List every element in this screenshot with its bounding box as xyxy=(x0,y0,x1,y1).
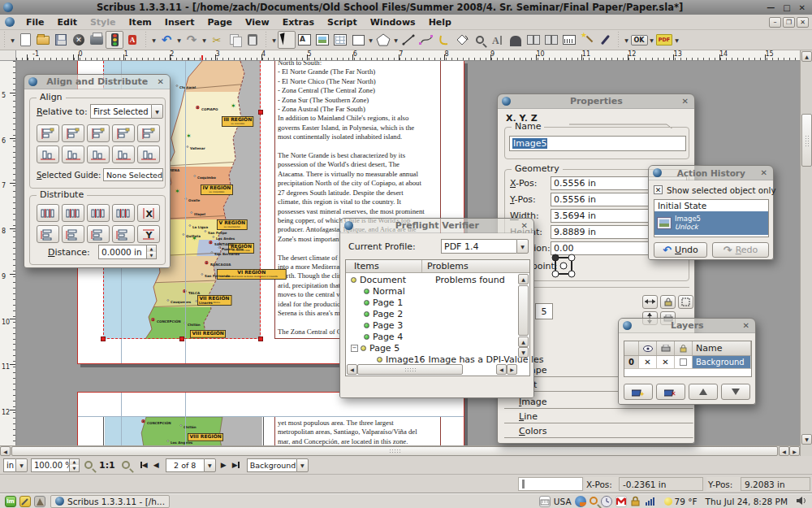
horizontal-scrollbar[interactable]: ◀ ◀ ▶ xyxy=(0,445,800,456)
table-scroll-up2[interactable]: ▲ xyxy=(518,336,529,347)
layer-print-checkbox[interactable]: ✕ xyxy=(657,356,675,369)
launcher-icon[interactable] xyxy=(34,496,45,507)
insert-bezier-tool[interactable] xyxy=(417,31,435,49)
vertical-scroll-thumb[interactable] xyxy=(801,114,812,167)
align-close-icon[interactable]: ✕ xyxy=(158,77,164,86)
zoom-100-button[interactable]: 1:1 xyxy=(99,460,115,471)
vertical-ruler[interactable]: 56789101112 xyxy=(0,61,16,456)
pdf-button-dropdown-arrow[interactable]: ▼ xyxy=(648,31,655,49)
preflight-row[interactable]: − Normal xyxy=(346,285,405,297)
undo-menu-arrow[interactable]: ▼ xyxy=(175,31,183,49)
redo-button[interactable]: ↷ xyxy=(183,31,201,49)
page-2[interactable]: VIII REGIÓN CONCEPCIÓNChillánLos Angeles… xyxy=(77,392,464,445)
insert-table-tool[interactable] xyxy=(331,31,349,49)
layers-table[interactable]: Name 0 ✕ ✕ Background xyxy=(624,341,752,377)
search-tray-icon[interactable] xyxy=(590,497,598,506)
undo-button[interactable]: ↶ xyxy=(158,31,175,49)
align-button[interactable] xyxy=(62,124,84,142)
history-list[interactable]: Initial State Image5 Unlock xyxy=(654,199,769,237)
menu-item[interactable]: Insert xyxy=(158,17,201,28)
preflight-row[interactable]: − Page 1 xyxy=(346,297,403,308)
preflight-table[interactable]: Items Problems − Document Problems found… xyxy=(345,259,530,376)
redo-button-dialog[interactable]: ↷Redo xyxy=(712,242,769,258)
notes-launcher-icon[interactable] xyxy=(19,496,31,507)
scroll-up-button[interactable]: ▲ xyxy=(801,51,812,62)
distribute-button[interactable]: X xyxy=(137,204,160,222)
volume-icon[interactable] xyxy=(796,496,807,507)
distribute-button[interactable] xyxy=(62,225,84,243)
zoom-tool[interactable] xyxy=(471,31,489,49)
undo-button-dialog[interactable]: ↶Undo xyxy=(654,242,707,258)
menu-item[interactable]: Help xyxy=(422,17,458,28)
insert-shape-tool[interactable] xyxy=(349,31,367,49)
properties-titlebar[interactable]: Properties ✕ xyxy=(498,94,694,109)
menu-item[interactable]: File xyxy=(19,17,51,28)
clock-tray-icon[interactable] xyxy=(601,496,612,507)
menu-item[interactable]: Edit xyxy=(51,17,84,28)
paste-button[interactable] xyxy=(244,31,261,49)
align-button[interactable] xyxy=(112,124,135,142)
lock-size-button[interactable] xyxy=(678,295,693,309)
measurements-tool[interactable] xyxy=(560,31,578,49)
layer-name[interactable]: Background xyxy=(693,356,751,369)
menu-item[interactable]: Script xyxy=(321,17,364,28)
new-document-button[interactable] xyxy=(16,31,34,49)
align-button[interactable] xyxy=(37,145,59,163)
story-editor-tool[interactable] xyxy=(507,31,525,49)
toolbar-overflow-arrow[interactable]: ▼ xyxy=(9,31,16,49)
vertical-scrollbar[interactable]: ▲ ▼ xyxy=(800,50,812,456)
table-hscroll-thumb[interactable] xyxy=(357,364,463,375)
distribute-button[interactable] xyxy=(112,204,135,222)
history-item-initial[interactable]: Initial State xyxy=(654,200,768,211)
mdi-minimize-button[interactable]: – xyxy=(769,17,781,28)
table-vscroll-thumb[interactable] xyxy=(518,285,529,336)
redo-menu-arrow[interactable]: ▼ xyxy=(201,31,208,49)
distribute-button[interactable] xyxy=(37,225,59,243)
window-minimize-button[interactable]: — xyxy=(767,3,775,12)
history-close-icon[interactable]: ✕ xyxy=(761,168,767,177)
history-item-selected[interactable]: Image5 Unlock xyxy=(654,211,768,235)
menu-item[interactable]: Item xyxy=(123,17,158,28)
copy-button[interactable] xyxy=(226,31,244,49)
page-selector[interactable]: 2 of 8▼ xyxy=(166,458,216,472)
problems-column-header[interactable]: Problems xyxy=(422,260,469,272)
preflight-titlebar[interactable]: Preflight Verifier ✕ xyxy=(340,219,533,233)
relative-to-combo[interactable]: First Selected▼ xyxy=(90,104,163,119)
mdi-restore-button[interactable]: ❐ xyxy=(783,17,795,28)
next-page-button[interactable]: ▶ xyxy=(218,458,230,471)
align-button[interactable] xyxy=(112,145,135,163)
layer-lock-checkbox[interactable] xyxy=(675,356,693,369)
align-distribute-dialog[interactable]: Align and Distribute ✕ Align Relative to… xyxy=(24,74,171,268)
pdf-push-button-tool[interactable]: OK xyxy=(630,31,648,49)
menu-item[interactable]: Style xyxy=(84,17,123,28)
selection-handle[interactable] xyxy=(258,110,263,115)
insert-line-tool[interactable] xyxy=(400,31,417,49)
horizontal-ruler[interactable]: -10123456789101112131415 xyxy=(16,50,800,61)
pdf-field-tool[interactable]: PDF xyxy=(655,31,673,49)
zoom-in-icon[interactable] xyxy=(122,461,130,469)
window-titlebar[interactable]: Scribus 1.3.3.11 - [/home/zach/Documents… xyxy=(0,0,812,15)
table-scroll-up[interactable]: ▲ xyxy=(518,274,529,284)
profile-combo[interactable]: PDF 1.4▼ xyxy=(441,239,529,254)
undo-dropdown-arrow[interactable]: ▼ xyxy=(150,31,158,49)
mint-menu-button[interactable]: lm xyxy=(5,496,16,507)
menu-item[interactable]: Page xyxy=(201,17,239,28)
mdi-close-button[interactable]: ✕ xyxy=(797,17,809,28)
document-window-icon[interactable] xyxy=(5,17,15,27)
first-page-button[interactable]: ◀ xyxy=(138,458,150,471)
section-header[interactable]: Line xyxy=(504,411,694,425)
save-document-button[interactable] xyxy=(52,31,70,49)
layers-titlebar[interactable]: Layers ✕ xyxy=(619,319,755,333)
distribute-button[interactable]: Y xyxy=(137,225,160,243)
preflight-row[interactable]: − Page 5 xyxy=(346,342,400,354)
link-text-frames-tool[interactable] xyxy=(525,31,542,49)
print-button[interactable] xyxy=(88,31,106,49)
insert-freehand-tool[interactable] xyxy=(435,31,453,49)
previous-page-button[interactable]: ◀ xyxy=(150,458,162,471)
menu-item[interactable]: Extras xyxy=(276,17,321,28)
zoom-spinner[interactable]: 100.00 % ▲▼ xyxy=(31,458,80,472)
distance-spinner[interactable]: 0.0000 in ▲▼ xyxy=(98,245,157,259)
properties-close-icon[interactable]: ✕ xyxy=(682,97,689,106)
section-header[interactable]: Colors xyxy=(504,426,694,440)
scroll-left-button-2[interactable]: ◀ xyxy=(779,446,789,456)
